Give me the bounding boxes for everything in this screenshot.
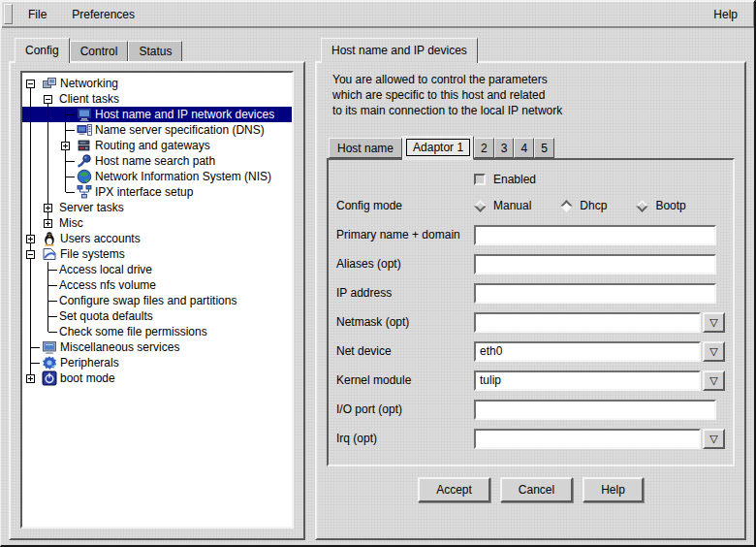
tree-item-server-tasks[interactable]: Server tasks xyxy=(22,200,292,215)
net-device-dropdown-button[interactable]: ▽ xyxy=(703,341,725,362)
tree-gutter xyxy=(40,293,57,308)
net-device-input[interactable] xyxy=(474,341,701,362)
netmask-opt-input[interactable] xyxy=(474,312,701,333)
irq-opt-input[interactable] xyxy=(474,429,701,449)
radio-manual[interactable]: Manual xyxy=(474,199,531,212)
tree-item-routing-and-gateways[interactable]: Routing and gateways xyxy=(22,138,292,153)
adapter-tab-label: 4 xyxy=(520,142,527,155)
tree-item-label: Miscellaneous services xyxy=(58,339,183,355)
menu-file[interactable]: File xyxy=(16,3,59,25)
tree-gutter xyxy=(40,91,57,107)
field-label-primary-name-domain: Primary name + domain xyxy=(336,228,474,241)
tree-gutter xyxy=(40,308,57,324)
adapter-tab-5[interactable]: 5 xyxy=(534,138,554,158)
tree-expand-toggle[interactable] xyxy=(61,142,70,150)
irq-opt-dropdown-button[interactable]: ▽ xyxy=(703,429,725,449)
tree-expand-toggle[interactable] xyxy=(44,219,52,228)
tree-item-label: Host name search path xyxy=(93,153,219,169)
netmask-opt-dropdown-button[interactable]: ▽ xyxy=(703,312,725,333)
tree-item-miscellaneous-services[interactable]: Miscellaneous services xyxy=(22,339,292,355)
field-label-i-o-port-opt: I/O port (opt) xyxy=(336,402,474,416)
tree-gutter xyxy=(40,200,57,215)
tab-host-name-and-ip-devices[interactable]: Host name and IP devices xyxy=(321,38,478,63)
tree-gutter xyxy=(22,370,40,386)
tree-item-host-name-and-ip-network-devices[interactable]: Host name and IP network devices xyxy=(22,107,292,122)
tree-item-file-systems[interactable]: File systems xyxy=(22,246,292,262)
main-content: ConfigControlStatus NetworkingClient tas… xyxy=(1,28,754,547)
adapter-tab-label: 2 xyxy=(481,142,488,155)
adapter-tab-4[interactable]: 4 xyxy=(514,138,534,158)
tree-item-access-nfs-volume[interactable]: Access nfs volume xyxy=(22,277,292,293)
tab-control[interactable]: Control xyxy=(70,41,129,61)
tree-item-peripherals[interactable]: Peripherals xyxy=(22,355,292,370)
tree-item-networking[interactable]: Networking xyxy=(22,76,292,91)
tree-gutter xyxy=(22,107,40,122)
field-row-net-device: Net device▽ xyxy=(336,337,725,366)
tree-collapse-toggle[interactable] xyxy=(26,80,35,88)
tree-item-misc[interactable]: Misc xyxy=(22,215,292,231)
tree-gutter xyxy=(40,122,57,138)
adapter-tab-host-name[interactable]: Host name xyxy=(329,138,402,158)
file-systems-icon xyxy=(40,246,58,262)
cancel-button[interactable]: Cancel xyxy=(500,477,573,502)
tree-item-name-server-specification-dns[interactable]: Name server specification (DNS) xyxy=(22,122,292,138)
tree-item-configure-swap-files-and-partitions[interactable]: Configure swap files and partitions xyxy=(22,293,292,308)
tree-item-host-name-search-path[interactable]: Host name search path xyxy=(22,153,292,169)
radio-dhcp[interactable]: Dhcp xyxy=(560,199,607,212)
adapter-tab-2[interactable]: 2 xyxy=(474,138,494,158)
tree-gutter xyxy=(22,184,40,200)
adapter-tab-adaptor-1[interactable]: Adaptor 1 xyxy=(402,136,474,160)
tree-item-network-information-system-nis[interactable]: Network Information System (NIS) xyxy=(22,169,292,184)
tree-item-check-some-file-permissions[interactable]: Check some file permissions xyxy=(22,324,292,339)
field-label-ip-address: IP address xyxy=(336,286,474,300)
tree-item-set-quota-defaults[interactable]: Set quota defaults xyxy=(22,308,292,324)
host-ip-panel-content: You are allowed to control the parameter… xyxy=(317,63,744,538)
tree-gutter xyxy=(57,122,75,138)
tree-gutter xyxy=(57,107,75,122)
tree-item-label: Network Information System (NIS) xyxy=(93,169,275,184)
enabled-checkbox-label: Enabled xyxy=(493,173,536,186)
adapter-tab-3[interactable]: 3 xyxy=(494,138,515,158)
right-notebook: Host name and IP devices You are allowed… xyxy=(315,38,746,540)
tree-item-users-accounts[interactable]: Users accounts xyxy=(22,231,292,246)
tab-status[interactable]: Status xyxy=(128,41,182,61)
penguin-icon xyxy=(40,231,58,246)
menu-help[interactable]: Help xyxy=(701,3,750,25)
routing-icon xyxy=(75,138,93,153)
radio-diamond-icon xyxy=(474,200,487,212)
tree-collapse-toggle[interactable] xyxy=(26,250,35,259)
radio-bootp[interactable]: Bootp xyxy=(636,199,685,212)
field-label-netmask-opt: Netmask (opt) xyxy=(336,315,474,329)
tree-expand-toggle[interactable] xyxy=(26,235,35,243)
aliases-opt-input[interactable] xyxy=(474,254,716,274)
accept-button[interactable]: Accept xyxy=(418,477,490,502)
tree-gutter xyxy=(22,277,40,293)
tree-item-label: Server tasks xyxy=(57,200,128,215)
enabled-checkbox[interactable] xyxy=(474,174,486,185)
tree-gutter xyxy=(22,293,40,308)
help-button[interactable]: Help xyxy=(583,477,644,502)
menu-preferences[interactable]: Preferences xyxy=(59,3,147,25)
tree-item-ipx-interface-setup[interactable]: IPX interface setup xyxy=(22,184,292,200)
tree-item-label: Check some file permissions xyxy=(57,324,211,339)
config-mode-row: Config mode ManualDhcpBootp xyxy=(336,191,725,220)
tree-item-label: Peripherals xyxy=(58,355,123,370)
kernel-module-dropdown-button[interactable]: ▽ xyxy=(703,370,725,391)
tree-item-access-local-drive[interactable]: Access local drive xyxy=(22,262,292,277)
tree-item-boot-mode[interactable]: boot mode xyxy=(22,370,292,386)
tree-expand-toggle[interactable] xyxy=(44,204,52,212)
tree-item-client-tasks[interactable]: Client tasks xyxy=(22,91,292,107)
boot-mode-icon xyxy=(40,370,58,386)
tree-expand-toggle[interactable] xyxy=(26,374,35,383)
menu-grip-handle[interactable] xyxy=(4,4,13,24)
primary-name-domain-input[interactable] xyxy=(474,225,716,245)
field-row-aliases-opt: Aliases (opt) xyxy=(336,249,725,278)
kernel-module-input[interactable] xyxy=(474,370,701,391)
tree-collapse-toggle[interactable] xyxy=(44,95,52,104)
i-o-port-opt-input[interactable] xyxy=(474,400,716,420)
ip-address-input[interactable] xyxy=(474,283,716,304)
tab-config[interactable]: Config xyxy=(15,38,70,63)
tree-gutter xyxy=(40,262,57,277)
adapter-tab-label: Adaptor 1 xyxy=(406,139,470,156)
tree-gutter xyxy=(22,138,40,153)
